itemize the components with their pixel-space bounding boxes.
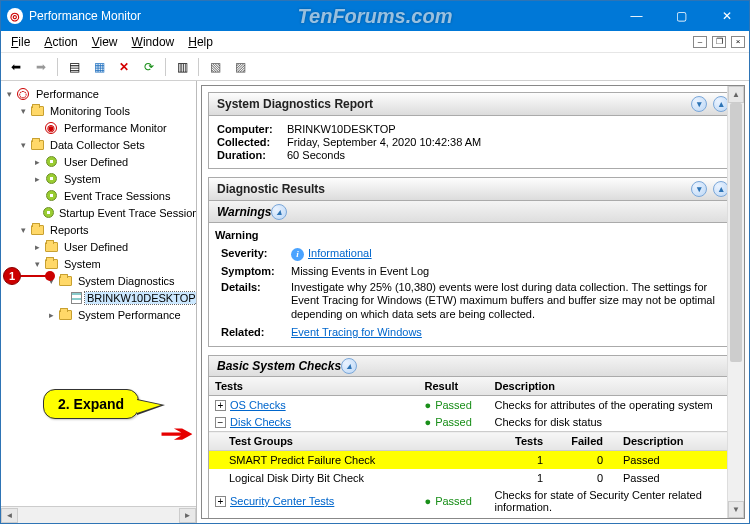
tree-sys-diag[interactable]: System Diagnostics (76, 275, 177, 287)
show-hide-tree-button[interactable]: ▤ (63, 56, 85, 78)
passed-badge: Passed (425, 495, 472, 507)
report-info: Computer:BRINKW10DESKTOP Collected:Frida… (208, 116, 738, 169)
security-tests-link[interactable]: Security Center Tests (230, 495, 334, 507)
properties-button[interactable]: ▥ (171, 56, 193, 78)
col-tests: Tests (209, 377, 419, 396)
mdi-close-button[interactable]: × (731, 36, 745, 48)
annotation-arrow-icon: ➔ (160, 421, 192, 447)
twist-icon[interactable]: ▸ (31, 174, 43, 184)
severity-label: Severity: (215, 245, 285, 263)
diag-results-header: Diagnostic Results ▾ ▴ (208, 177, 738, 201)
passed-badge: Passed (425, 416, 472, 428)
collapse-icon[interactable]: − (215, 417, 226, 428)
warning-title: Warning (215, 229, 731, 241)
menu-action[interactable]: Action (38, 33, 83, 51)
twist-icon[interactable]: ▾ (3, 89, 15, 99)
col-tests: Tests (497, 432, 557, 451)
folder-icon (45, 259, 58, 269)
tree-system[interactable]: System (62, 173, 103, 185)
content-pane: System Diagnostics Report ▾ ▴ Computer:B… (197, 81, 749, 523)
twist-icon[interactable]: ▾ (17, 225, 29, 235)
menu-window[interactable]: Window (126, 33, 181, 51)
twist-icon[interactable]: ▸ (31, 242, 43, 252)
tree-dcs[interactable]: Data Collector Sets (48, 139, 147, 151)
os-checks-link[interactable]: OS Checks (230, 399, 286, 411)
collapse-button[interactable]: ▴ (341, 358, 357, 374)
checks-table: Tests Result Description +OS Checks Pass… (208, 377, 738, 518)
tree-reports[interactable]: Reports (48, 224, 91, 236)
folder-icon (45, 242, 58, 252)
menu-view[interactable]: View (86, 33, 124, 51)
tree-rep-ud[interactable]: User Defined (62, 241, 130, 253)
forward-button[interactable]: ➡ (30, 56, 52, 78)
back-button[interactable]: ⬅ (5, 56, 27, 78)
tree-monitoring-tools[interactable]: Monitoring Tools (48, 105, 132, 117)
twist-icon[interactable]: ▾ (17, 106, 29, 116)
report-title: System Diagnostics Report (217, 97, 373, 111)
mdi-restore-button[interactable]: ❐ (712, 36, 726, 48)
twist-icon[interactable]: ▾ (17, 140, 29, 150)
twist-icon[interactable]: ▸ (45, 310, 57, 320)
warnings-header: Warnings ▴ (208, 201, 738, 223)
tree-user-defined[interactable]: User Defined (62, 156, 130, 168)
os-desc: Checks for attributes of the operating s… (489, 395, 738, 413)
info-icon: i (291, 248, 304, 261)
expand-icon[interactable]: + (215, 400, 226, 411)
menubar: File Action View Window Help – ❐ × (1, 31, 749, 53)
section-menu-button[interactable]: ▾ (691, 96, 707, 112)
gear-icon (46, 190, 57, 201)
mdi-minimize-button[interactable]: – (693, 36, 707, 48)
folder-icon (31, 140, 44, 150)
basic-checks-title: Basic System Checks (217, 359, 341, 373)
tree-ets[interactable]: Event Trace Sessions (62, 190, 172, 202)
close-button[interactable]: ✕ (704, 1, 749, 31)
tree-rep-sys[interactable]: System (62, 258, 103, 270)
twist-icon[interactable]: ▸ (31, 157, 43, 167)
col-desc: Description (489, 377, 738, 396)
col-failed: Failed (557, 432, 617, 451)
titlebar: ◎ Performance Monitor — ▢ ✕ (1, 1, 749, 31)
callout-text: 2. Expand (43, 389, 139, 419)
tree-perfmon[interactable]: Performance Monitor (62, 122, 169, 134)
warnings-title: Warnings (217, 205, 271, 219)
symptom-value: Missing Events in Event Log (285, 263, 731, 279)
annotation-line (21, 275, 47, 277)
tree-sets[interactable]: Startup Event Trace Sessions (57, 207, 197, 219)
warning-panel: Warning Severity:iInformational Symptom:… (208, 223, 738, 347)
severity-link[interactable]: Informational (308, 247, 372, 259)
folder-icon (59, 276, 72, 286)
tree-sys-perf[interactable]: System Performance (76, 309, 183, 321)
nav-tree[interactable]: ▾◌Performance ▾Monitoring Tools ◉Perform… (1, 81, 197, 523)
related-link[interactable]: Event Tracing for Windows (291, 326, 422, 338)
logi-label: Logical Disk Dirty Bit Check (209, 469, 497, 487)
menu-file[interactable]: File (5, 33, 36, 51)
export-button[interactable]: ▧ (204, 56, 226, 78)
maximize-button[interactable]: ▢ (659, 1, 704, 31)
tree-root[interactable]: Performance (34, 88, 101, 100)
smart-label: SMART Predict Failure Check (209, 451, 497, 469)
refresh-button[interactable]: ⟳ (138, 56, 160, 78)
logical-disk-row: Logical Disk Dirty Bit Check 1 0 Passed (209, 469, 737, 487)
minimize-button[interactable]: — (614, 1, 659, 31)
new-window-button[interactable]: ▦ (88, 56, 110, 78)
collapse-button[interactable]: ▴ (271, 204, 287, 220)
perfmon-icon: ◉ (45, 122, 57, 134)
details-label: Details: (215, 279, 285, 324)
section-menu-button[interactable]: ▾ (691, 181, 707, 197)
table-row: +Security Center Tests Passed Checks for… (209, 487, 738, 515)
computer-value: BRINKW10DESKTOP (287, 123, 396, 135)
expand-icon[interactable]: + (215, 496, 226, 507)
logi-tests: 1 (497, 469, 557, 487)
toolbar: ⬅ ➡ ▤ ▦ ✕ ⟳ ▥ ▧ ▨ (1, 53, 749, 81)
tree-selected-report[interactable]: BRINKW10DESKTOP_2( (85, 292, 197, 304)
window-title: Performance Monitor (29, 9, 141, 23)
help-button[interactable]: ▨ (229, 56, 251, 78)
twist-icon[interactable]: ▾ (31, 259, 43, 269)
delete-button[interactable]: ✕ (113, 56, 135, 78)
passed-badge: Passed (425, 399, 472, 411)
disk-checks-link[interactable]: Disk Checks (230, 416, 291, 428)
tree-hscrollbar[interactable]: ◄► (1, 506, 196, 523)
annotation-dot (45, 271, 55, 281)
content-vscrollbar[interactable]: ▲ ▼ (727, 86, 744, 518)
menu-help[interactable]: Help (182, 33, 219, 51)
